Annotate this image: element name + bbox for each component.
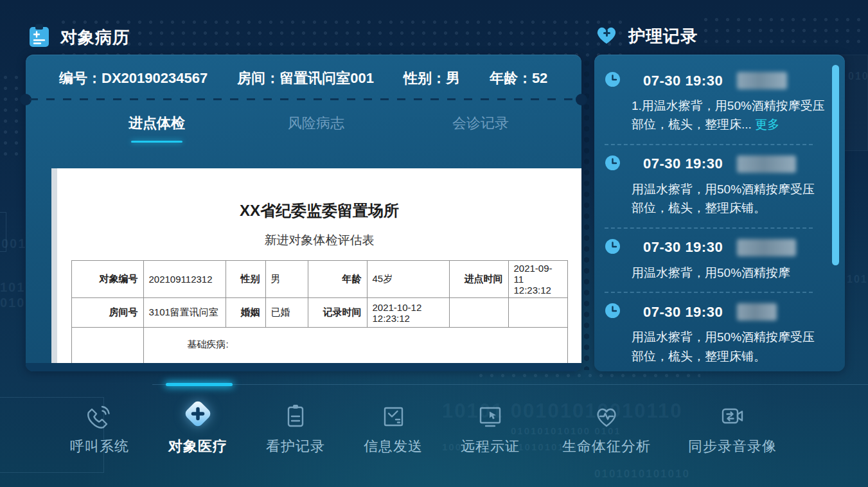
- binary-decoration: 1010: [847, 274, 868, 285]
- medical-record-card: 编号：DX20190234567 房间：留置讯问室001 性别：男 年龄：52 …: [26, 55, 581, 371]
- entry-text: 用温水擦背，用50%酒精按摩受压部位，梳头，整理床铺。: [632, 328, 826, 366]
- subject-age: 年龄：52: [490, 69, 547, 88]
- table-row: 对象编号202109112312 性别男 年龄45岁 进点时间2021-09-1…: [71, 261, 567, 298]
- nav-divider-line: [152, 384, 868, 385]
- remote-screen-icon: [475, 398, 506, 432]
- nav-label: 看护记录: [266, 437, 325, 456]
- exam-info-table: 对象编号202109112312 性别男 年龄45岁 进点时间2021-09-1…: [71, 260, 568, 363]
- redacted-name-blur: [737, 239, 796, 256]
- exam-document-viewer: XX省纪委监委留置场所 新进对象体检评估表 对象编号202109112312 性…: [51, 168, 581, 363]
- nav-item-subject-medical[interactable]: 对象医疗: [168, 398, 227, 456]
- nav-label: 对象医疗: [168, 437, 227, 456]
- edge-frame: [0, 212, 6, 252]
- nav-item-call-system[interactable]: 呼叫系统: [70, 398, 129, 456]
- clipboard-icon: [280, 398, 311, 432]
- binary-decoration: 0101010101010: [594, 468, 690, 481]
- page-title-nursing-record: 护理记录: [628, 25, 698, 48]
- nav-item-message-send[interactable]: 信息发送: [364, 398, 423, 456]
- nav-item-care-record[interactable]: 看护记录: [266, 398, 325, 456]
- nav-label: 远程示证: [461, 437, 520, 456]
- nursing-record-header: 护理记录: [595, 24, 698, 48]
- card-bottom-edge: [26, 363, 581, 371]
- scrollbar[interactable]: [832, 65, 839, 265]
- entry-text: 用温水擦背，用50%酒精按摩受压部位，梳头，整理床铺。: [632, 180, 826, 218]
- more-link[interactable]: 更多: [755, 118, 779, 131]
- field-surgery-history: 手术外伤史:: [149, 351, 562, 363]
- list-item: 07-30 19:30 用温水擦背，用50%酒精按摩: [605, 238, 818, 293]
- redacted-name-blur: [737, 303, 777, 321]
- tab-entry-physical-exam[interactable]: 进点体检: [128, 114, 185, 143]
- medical-cross-icon: [180, 398, 216, 432]
- nav-item-remote-evidence[interactable]: 远程示证: [461, 398, 520, 456]
- entry-text: 用温水擦背，用50%酒精按摩: [632, 263, 826, 282]
- document-form-title: 新进对象体检评估表: [57, 232, 581, 249]
- entry-divider: [605, 227, 813, 229]
- table-row: 房间号3101留置讯问室 婚姻已婚 记录时间2021-10-12 12:23:1…: [71, 298, 567, 328]
- heart-plus-icon: [595, 24, 618, 48]
- tab-consultation-record[interactable]: 会诊记录: [452, 114, 509, 133]
- entry-time: 07-30 19:30: [643, 239, 723, 256]
- clock-icon: [605, 238, 621, 257]
- nav-label: 生命体征分析: [562, 437, 651, 456]
- subject-id: 编号：DX20190234567: [59, 69, 208, 88]
- nav-label: 呼叫系统: [70, 437, 129, 456]
- nursing-record-card: 07-30 19:30 1.用温水擦背，用50%酒精按摩受压部位，梳头，整理床.…: [594, 55, 845, 371]
- dot-pattern: [58, 17, 623, 60]
- document-org-title: XX省纪委监委留置场所: [57, 200, 581, 221]
- subject-gender: 性别：男: [403, 69, 460, 88]
- nav-label: 同步录音录像: [688, 437, 777, 456]
- entry-time: 07-30 19:30: [643, 155, 723, 172]
- dot-pattern: [700, 14, 867, 48]
- medical-record-header: 对象病历: [28, 23, 130, 51]
- clipboard-medical-icon: [28, 23, 50, 51]
- page-title-medical-record: 对象病历: [60, 26, 130, 49]
- nav-item-sync-recording[interactable]: 同步录音录像: [688, 398, 777, 456]
- entry-time: 07-30 19:30: [643, 73, 723, 89]
- redacted-name-blur: [737, 72, 787, 89]
- binary-decoration: 0100: [848, 71, 868, 82]
- heart-pulse-icon: [591, 398, 622, 432]
- nursing-entry-list: 07-30 19:30 1.用温水擦背，用50%酒精按摩受压部位，梳头，整理床.…: [594, 55, 845, 366]
- phone-call-icon: [84, 398, 115, 432]
- active-nav-indicator: [166, 383, 233, 386]
- dot-pattern: [475, 370, 700, 382]
- message-send-icon: [378, 398, 409, 432]
- table-row: 基础疾病: 手术外伤史:: [71, 328, 567, 364]
- clock-icon: [605, 155, 621, 173]
- subject-info-bar: 编号：DX20190234567 房间：留置讯问室001 性别：男 年龄：52: [59, 69, 547, 88]
- subject-room: 房间：留置讯问室001: [237, 69, 374, 88]
- dashed-divider: [30, 98, 578, 100]
- entry-divider: [605, 144, 813, 145]
- clock-icon: [605, 71, 621, 90]
- entry-divider: [605, 292, 813, 293]
- nav-label: 信息发送: [364, 437, 423, 456]
- entry-time: 07-30 19:30: [643, 304, 723, 321]
- list-item: 07-30 19:30 1.用温水擦背，用50%酒精按摩受压部位，梳头，整理床.…: [605, 71, 818, 145]
- field-basic-disease: 基础疾病:: [149, 330, 562, 351]
- list-item: 07-30 19:30 用温水擦背，用50%酒精按摩受压部位，梳头，整理床铺。: [605, 303, 818, 366]
- tab-risk-record[interactable]: 风险病志: [288, 114, 344, 133]
- entry-text: 1.用温水擦背，用50%酒精按摩受压部位，梳头，整理床... 更多: [632, 96, 826, 134]
- nav-item-vital-signs[interactable]: 生命体征分析: [562, 398, 651, 456]
- clock-icon: [605, 303, 621, 321]
- active-tab-underline: [131, 141, 182, 143]
- video-camera-icon: [717, 398, 748, 432]
- list-item: 07-30 19:30 用温水擦背，用50%酒精按摩受压部位，梳头，整理床铺。: [605, 155, 818, 229]
- redacted-name-blur: [737, 155, 796, 173]
